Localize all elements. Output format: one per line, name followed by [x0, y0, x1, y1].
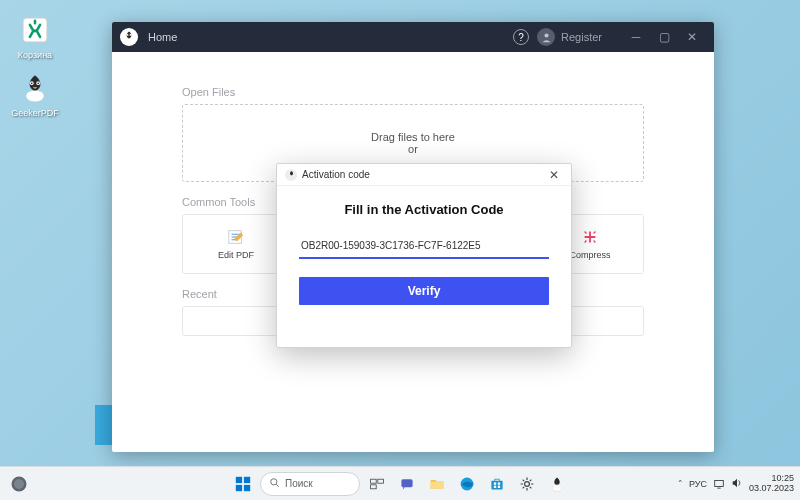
- clock[interactable]: 10:25 03.07.2023: [749, 474, 794, 494]
- search-placeholder: Поиск: [285, 478, 313, 489]
- task-view-icon[interactable]: [364, 471, 390, 497]
- svg-rect-21: [371, 484, 377, 488]
- language-indicator[interactable]: РУС: [689, 479, 707, 489]
- or-text: or: [408, 143, 418, 155]
- desktop-icon-geekerpdf[interactable]: GeekerPDF: [10, 70, 60, 118]
- svg-point-5: [37, 82, 39, 84]
- drop-here-text: Drag files to here: [371, 131, 455, 143]
- activation-code-input[interactable]: [299, 236, 549, 259]
- svg-point-8: [130, 34, 132, 36]
- desktop-icon-recycle-bin[interactable]: Корзина: [10, 12, 60, 60]
- settings-icon[interactable]: [514, 471, 540, 497]
- svg-point-6: [26, 90, 44, 101]
- svg-rect-32: [715, 480, 724, 486]
- svg-rect-15: [236, 484, 242, 490]
- minimize-button[interactable]: ─: [622, 23, 650, 51]
- taskbar: Поиск ˄ РУС 10:25 03.07.2023: [0, 466, 800, 500]
- svg-point-12: [14, 479, 24, 489]
- modal-title-text: Activation code: [302, 169, 370, 180]
- svg-point-31: [552, 484, 562, 490]
- help-icon[interactable]: ?: [513, 29, 529, 45]
- start-button[interactable]: [230, 471, 256, 497]
- svg-rect-27: [498, 482, 500, 484]
- open-files-label: Open Files: [182, 86, 644, 98]
- modal-heading: Fill in the Activation Code: [299, 202, 549, 217]
- svg-rect-29: [498, 485, 500, 487]
- geekerpdf-icon: [17, 70, 53, 106]
- tool-label: Compress: [569, 250, 610, 260]
- maximize-button[interactable]: ▢: [650, 23, 678, 51]
- desktop-icon-label: GeekerPDF: [10, 108, 60, 118]
- svg-point-17: [271, 479, 277, 485]
- register-label: Register: [561, 31, 602, 43]
- store-icon[interactable]: [484, 471, 510, 497]
- recycle-bin-icon: [17, 12, 53, 48]
- svg-rect-28: [494, 485, 496, 487]
- svg-rect-16: [244, 484, 250, 490]
- explorer-icon[interactable]: [424, 471, 450, 497]
- window-title: Home: [148, 31, 177, 43]
- taskbar-search[interactable]: Поиск: [260, 472, 360, 496]
- network-icon[interactable]: [713, 477, 725, 491]
- modal-titlebar: Activation code ✕: [277, 164, 571, 186]
- verify-button[interactable]: Verify: [299, 277, 549, 305]
- app-logo-icon: [120, 28, 138, 46]
- svg-point-9: [544, 33, 548, 37]
- svg-line-18: [276, 484, 278, 486]
- svg-point-1: [33, 29, 36, 32]
- desktop: Корзина GeekerPDF Home ? Register ─ ▢ ✕: [0, 0, 800, 500]
- clock-date: 03.07.2023: [749, 484, 794, 494]
- register-button[interactable]: Register: [537, 28, 602, 46]
- edit-icon: [226, 228, 246, 246]
- chat-icon[interactable]: [394, 471, 420, 497]
- search-icon: [269, 477, 280, 490]
- svg-rect-19: [371, 479, 377, 483]
- titlebar: Home ? Register ─ ▢ ✕: [112, 22, 714, 52]
- svg-rect-20: [378, 479, 384, 483]
- svg-rect-13: [236, 476, 242, 482]
- sound-icon[interactable]: [731, 477, 743, 491]
- activation-modal: Activation code ✕ Fill in the Activation…: [276, 163, 572, 348]
- pinned-app-icon[interactable]: [544, 471, 570, 497]
- close-button[interactable]: ✕: [678, 23, 706, 51]
- svg-rect-14: [244, 476, 250, 482]
- svg-rect-25: [491, 480, 502, 489]
- tool-label: Edit PDF: [218, 250, 254, 260]
- svg-point-30: [525, 481, 530, 486]
- modal-logo-icon: [285, 169, 297, 181]
- tray-chevron-icon[interactable]: ˄: [678, 479, 683, 489]
- edge-icon[interactable]: [454, 471, 480, 497]
- svg-rect-26: [494, 482, 496, 484]
- browser-icon[interactable]: [6, 471, 32, 497]
- modal-body: Fill in the Activation Code Verify: [277, 186, 571, 321]
- svg-rect-23: [431, 481, 444, 488]
- svg-point-7: [127, 34, 129, 36]
- modal-close-button[interactable]: ✕: [545, 168, 563, 182]
- desktop-icon-label: Корзина: [10, 50, 60, 60]
- svg-rect-22: [401, 479, 412, 487]
- taskbar-center: Поиск: [230, 471, 570, 497]
- compress-icon: [580, 228, 600, 246]
- system-tray: ˄ РУС 10:25 03.07.2023: [678, 474, 794, 494]
- tool-edit-pdf[interactable]: Edit PDF: [182, 214, 290, 274]
- avatar-icon: [537, 28, 555, 46]
- svg-point-4: [31, 82, 33, 84]
